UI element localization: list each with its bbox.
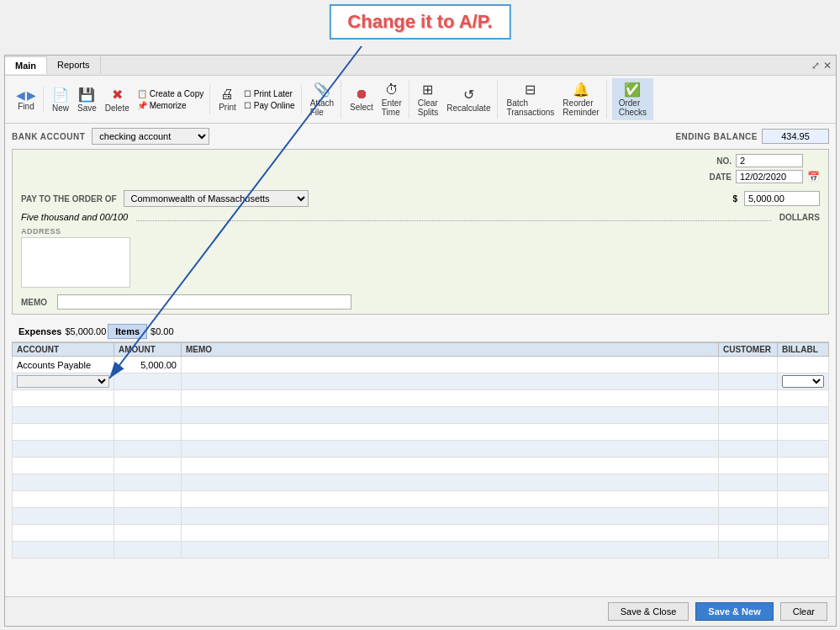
table-row-empty (13, 525, 829, 542)
pay-to-select[interactable]: Commonwealth of Massachusetts (124, 190, 309, 207)
clear-splits-button[interactable]: ⊞ ClearSplits (415, 80, 441, 119)
save-button[interactable]: 💾 Save (74, 85, 100, 114)
expenses-tab-bar: Expenses $5,000.00 Items $0.00 (12, 321, 829, 342)
amount-input-cell[interactable] (114, 373, 182, 390)
delete-label: Delete (105, 103, 129, 113)
print-later-button[interactable]: ☐ Print Later (241, 88, 298, 99)
bank-account-select[interactable]: checking account (92, 128, 209, 145)
table-row-empty (13, 390, 829, 407)
save-label: Save (77, 103, 97, 113)
memo-input[interactable] (57, 294, 351, 310)
account-cell: Accounts Payable (13, 357, 114, 373)
print-label: Print (219, 103, 236, 112)
table-row-empty (13, 474, 829, 491)
billable-select[interactable] (782, 375, 824, 388)
table-row-empty (13, 542, 829, 559)
tab-reports[interactable]: Reports (47, 56, 101, 74)
check-area: NO. DATE 📅 PAY TO THE ORDER OF Commonwea… (12, 149, 829, 315)
splits-table: ACCOUNT AMOUNT MEMO CUSTOMER BILLABL Acc… (12, 342, 829, 559)
memo-row: MEMO (13, 292, 828, 314)
edit-group: 📄 New 💾 Save ✖ Delete 📋 Create a Copy 📌 … (45, 85, 210, 114)
attach-file-button[interactable]: 📎 AttachFile (307, 80, 337, 119)
reorder-reminder-label: ReorderReminder (563, 98, 599, 117)
calendar-icon[interactable]: 📅 (807, 171, 820, 183)
save-new-button[interactable]: Save & New (695, 602, 773, 621)
pay-online-label: Pay Online (254, 101, 295, 110)
items-amount: $0.00 (151, 326, 174, 336)
batch-transactions-button[interactable]: ⊟ BatchTransactions (503, 80, 557, 119)
customer-cell[interactable] (719, 357, 778, 373)
memo-label: MEMO (21, 298, 50, 307)
save-close-button[interactable]: Save & Close (608, 602, 689, 621)
delete-button[interactable]: ✖ Delete (102, 85, 133, 114)
account-select[interactable] (17, 375, 109, 388)
table-row-input (13, 373, 829, 390)
amount-cell: 5,000.00 (114, 357, 182, 373)
memorize-button[interactable]: 📌 Memorize (135, 100, 206, 111)
bank-account-label: BANK ACCOUNT (12, 132, 85, 141)
print-later-label: Print Later (254, 89, 293, 98)
attach-group: 📎 AttachFile (304, 80, 341, 119)
table-row-empty (13, 424, 829, 441)
find-group: ◀ ▶ Find (9, 87, 44, 113)
create-copy-button[interactable]: 📋 Create a Copy (135, 88, 206, 99)
tab-bar: Main Reports ⤢ ✕ (5, 56, 836, 76)
find-button[interactable]: ◀ ▶ Find (13, 87, 40, 113)
dollar-sign: $ (732, 194, 737, 204)
memorize-label: Memorize (150, 101, 187, 110)
order-checks-label: OrderChecks (619, 98, 647, 117)
account-dropdown-cell[interactable] (13, 373, 114, 390)
bank-row: BANK ACCOUNT checking account ENDING BAL… (12, 128, 829, 145)
pay-to-label: PAY TO THE ORDER OF (21, 194, 117, 204)
col-customer: CUSTOMER (719, 343, 778, 357)
enter-time-button[interactable]: ⏱ EnterTime (378, 81, 405, 119)
tab-main[interactable]: Main (5, 56, 47, 74)
select-button[interactable]: ⏺ Select (346, 85, 377, 114)
prev-icon[interactable]: ◀ (16, 88, 25, 102)
address-box[interactable] (21, 237, 130, 288)
dollars-label: DOLLARS (779, 213, 820, 222)
address-area: ADDRESS (13, 225, 828, 292)
col-billable: BILLABL (778, 343, 829, 357)
splits-group: ⊞ ClearSplits ↺ Recalculate (411, 80, 499, 119)
check-number-input[interactable] (736, 154, 803, 167)
pay-online-button[interactable]: ☐ Pay Online (241, 100, 298, 111)
resize-icon[interactable]: ⤢ (811, 60, 820, 71)
ending-balance-value: 434.95 (762, 129, 829, 144)
attach-file-label: AttachFile (310, 98, 334, 117)
splits-table-area: ACCOUNT AMOUNT MEMO CUSTOMER BILLABL Acc… (12, 342, 829, 559)
table-row: Accounts Payable 5,000.00 (13, 357, 829, 373)
check-no-date: NO. DATE 📅 (706, 154, 820, 183)
toolbar: ◀ ▶ Find 📄 New 💾 Save ✖ Delete (5, 76, 836, 124)
check-amount-input[interactable] (744, 191, 820, 206)
create-copy-label: Create a Copy (150, 89, 203, 98)
clear-button[interactable]: Clear (780, 602, 827, 621)
expenses-label: Expenses (18, 326, 61, 336)
recalculate-button[interactable]: ↺ Recalculate (443, 85, 494, 114)
print-button[interactable]: 🖨 Print (215, 85, 240, 114)
col-amount: AMOUNT (114, 343, 182, 357)
billable-input-cell[interactable] (778, 373, 829, 390)
billable-cell (778, 357, 829, 373)
reorder-reminder-button[interactable]: 🔔 ReorderReminder (559, 80, 602, 119)
order-checks-button[interactable]: ✅ OrderChecks (612, 78, 653, 120)
customer-input-cell[interactable] (719, 373, 778, 390)
col-account: ACCOUNT (13, 343, 114, 357)
form-area: BANK ACCOUNT checking account ENDING BAL… (5, 124, 836, 563)
batch-transactions-label: BatchTransactions (506, 98, 554, 117)
new-button[interactable]: 📄 New (49, 85, 72, 114)
memo-cell[interactable] (182, 357, 719, 373)
next-icon[interactable]: ▶ (27, 88, 36, 102)
table-row-empty (13, 458, 829, 474)
print-options-group: ☐ Print Later ☐ Pay Online (241, 88, 298, 111)
expenses-amount: $5,000.00 (65, 326, 106, 336)
items-tab[interactable]: Items (108, 324, 147, 339)
table-row-empty (13, 508, 829, 525)
memo-input-cell[interactable] (182, 373, 719, 390)
select-group: ⏺ Select ⏱ EnterTime (343, 81, 409, 119)
enter-time-label: EnterTime (382, 98, 402, 117)
date-input[interactable] (736, 170, 803, 183)
written-amount-row: Five thousand and 00/100 DOLLARS (13, 209, 828, 225)
batch-group: ⊟ BatchTransactions 🔔 ReorderReminder (499, 80, 606, 119)
close-icon[interactable]: ✕ (823, 60, 832, 71)
